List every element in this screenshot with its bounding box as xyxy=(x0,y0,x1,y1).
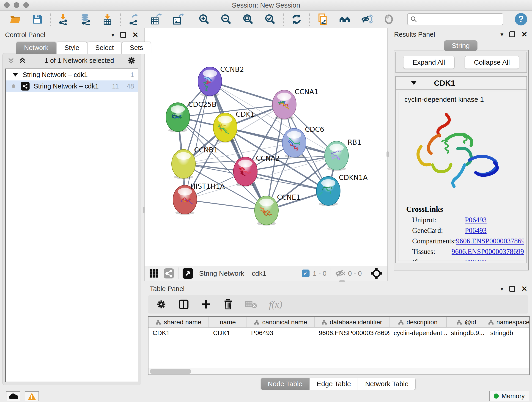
column-header-namespace[interactable]: namespace xyxy=(486,317,530,327)
gene-section-header[interactable]: CDK1 xyxy=(396,77,526,90)
column-header-id[interactable]: @id xyxy=(447,317,486,327)
tab-sets[interactable]: Sets xyxy=(122,42,151,54)
import-network-icon[interactable] xyxy=(57,13,70,25)
collapse-all-button[interactable]: Collapse All xyxy=(465,56,519,69)
panel-menu-icon[interactable]: ▾ xyxy=(500,285,503,293)
column-header-canonicalname[interactable]: canonical name xyxy=(247,317,315,327)
edge-CCNB2-CCNE1[interactable] xyxy=(210,81,266,211)
hidden-eye-icon[interactable] xyxy=(335,269,345,278)
node-CCNE1[interactable]: CCNE1 xyxy=(254,193,300,225)
birdseye-view-icon[interactable] xyxy=(183,268,193,279)
table-cell[interactable]: cyclin-dependent ... xyxy=(389,328,447,338)
crosslink-link[interactable]: P06493 xyxy=(465,258,487,261)
selected-checkbox-icon[interactable]: ✓ xyxy=(302,269,310,277)
cloud-status-button[interactable] xyxy=(6,391,20,401)
left-splitter-handle[interactable] xyxy=(143,207,145,213)
delete-column-icon[interactable] xyxy=(223,299,233,310)
table-cell[interactable]: stringdb xyxy=(486,328,530,338)
import-database-icon[interactable] xyxy=(80,13,91,25)
expand-all-icon[interactable] xyxy=(19,57,26,64)
table-header-row: shared namenamecanonical namedatabase id… xyxy=(148,317,529,328)
network-row[interactable]: String Network – cdk1 11 48 xyxy=(6,80,138,92)
table-cell[interactable]: P06493 xyxy=(247,328,315,338)
horizontal-scrollbar[interactable] xyxy=(148,368,529,375)
show-hidden-icon[interactable] xyxy=(383,13,395,25)
window-zoom-button[interactable] xyxy=(23,2,29,8)
node-RB1[interactable]: RB1 xyxy=(325,138,361,171)
network-collection-row[interactable]: String Network – cdk1 1 xyxy=(6,69,138,80)
tab-network-table[interactable]: Network Table xyxy=(358,378,416,390)
save-session-icon[interactable] xyxy=(31,13,43,25)
panel-close-icon[interactable]: ✕ xyxy=(132,31,138,38)
tab-style[interactable]: Style xyxy=(56,42,87,54)
table-options-gear-icon[interactable] xyxy=(156,299,166,309)
search-field[interactable] xyxy=(407,13,503,25)
edge-HIST1H1A-CCNE1[interactable] xyxy=(185,200,266,211)
column-header-description[interactable]: description xyxy=(389,317,447,327)
table-cell[interactable]: CDK1 xyxy=(148,328,209,338)
crosslink-link[interactable]: P06493 xyxy=(465,216,487,224)
window-minimize-button[interactable] xyxy=(14,2,19,8)
hide-selected-icon[interactable] xyxy=(361,13,373,25)
collapse-all-icon[interactable] xyxy=(7,57,14,64)
warning-status-button[interactable] xyxy=(25,391,39,401)
zoom-in-icon[interactable] xyxy=(198,13,210,25)
zoom-out-icon[interactable] xyxy=(220,13,232,25)
crosslink-link[interactable]: P06493 xyxy=(465,226,487,235)
network-options-gear-icon[interactable] xyxy=(127,56,136,65)
section-collapse-icon[interactable] xyxy=(411,81,417,85)
export-table-icon[interactable] xyxy=(150,13,162,25)
table-cell[interactable]: 9606.ENSP00000378699 xyxy=(315,328,389,338)
node-CDKN1A[interactable]: CDKN1A xyxy=(317,173,368,206)
node-CDC6[interactable]: CDC6 xyxy=(282,125,324,158)
scrollbar-thumb[interactable] xyxy=(150,369,191,374)
panel-close-icon[interactable]: ✕ xyxy=(521,31,527,38)
memory-button[interactable]: Memory xyxy=(489,391,529,401)
panel-menu-icon[interactable]: ▾ xyxy=(500,31,503,38)
crosslink-link[interactable]: 9606.ENSP00000378699 xyxy=(456,237,524,245)
panel-float-icon[interactable] xyxy=(509,32,515,37)
tab-select[interactable]: Select xyxy=(87,42,122,54)
export-network-icon[interactable] xyxy=(128,13,140,25)
zoom-fit-icon[interactable] xyxy=(242,13,254,25)
export-image-icon[interactable] xyxy=(172,13,184,25)
zoom-selected-icon[interactable] xyxy=(264,13,276,25)
right-splitter-handle[interactable] xyxy=(386,151,389,157)
clone-network-icon[interactable] xyxy=(317,13,329,25)
network-canvas[interactable]: CCNB2CCNA1CDC25BCDK1CDC6RB1CCNB1CCNA2CDK… xyxy=(145,28,387,266)
show-columns-icon[interactable] xyxy=(178,299,189,310)
network-view[interactable]: CCNB2CCNA1CDC25BCDK1CDC6RB1CCNB1CCNA2CDK… xyxy=(144,28,388,281)
tab-network[interactable]: Network xyxy=(16,42,56,54)
panel-float-icon[interactable] xyxy=(120,32,126,38)
column-header-databaseidentifier[interactable]: database identifier xyxy=(315,317,389,327)
add-column-icon[interactable] xyxy=(201,299,211,309)
pan-crosshair-icon[interactable] xyxy=(370,268,382,279)
network-overview-icon[interactable] xyxy=(339,13,351,25)
crosslink-link[interactable]: 9606.ENSP00000378699 xyxy=(452,248,524,256)
network-share-icon[interactable] xyxy=(164,268,174,279)
import-table-icon[interactable] xyxy=(101,13,114,25)
tab-edge-table[interactable]: Edge Table xyxy=(310,378,358,390)
grid-view-icon[interactable] xyxy=(149,269,158,278)
open-session-icon[interactable] xyxy=(9,13,21,25)
refresh-icon[interactable] xyxy=(291,13,302,25)
tree-expand-icon[interactable] xyxy=(13,73,18,77)
window-close-button[interactable] xyxy=(4,2,10,8)
tab-string[interactable]: String xyxy=(444,40,477,51)
help-button[interactable]: ? xyxy=(515,13,527,26)
node-HIST1H1A[interactable]: HIST1H1A xyxy=(173,182,225,215)
panel-menu-icon[interactable]: ▾ xyxy=(111,32,114,38)
panel-float-icon[interactable] xyxy=(509,286,515,292)
node-CCNB2[interactable]: CCNB2 xyxy=(198,65,244,96)
expand-all-button[interactable]: Expand All xyxy=(403,56,455,69)
table-row[interactable]: CDK1CDK1P064939606.ENSP00000378699cyclin… xyxy=(148,328,529,338)
table-cell[interactable]: stringdb:9... xyxy=(447,328,486,338)
node-CDK1[interactable]: CDK1 xyxy=(213,110,255,143)
column-header-sharedname[interactable]: shared name xyxy=(148,317,209,327)
column-header-name[interactable]: name xyxy=(209,317,247,327)
table-cell[interactable]: CDK1 xyxy=(209,328,247,338)
panel-close-icon[interactable]: ✕ xyxy=(521,285,527,293)
tab-node-table[interactable]: Node Table xyxy=(261,378,310,390)
edge-CCNB2-HIST1H1A[interactable] xyxy=(185,81,210,200)
search-input[interactable] xyxy=(417,16,495,23)
